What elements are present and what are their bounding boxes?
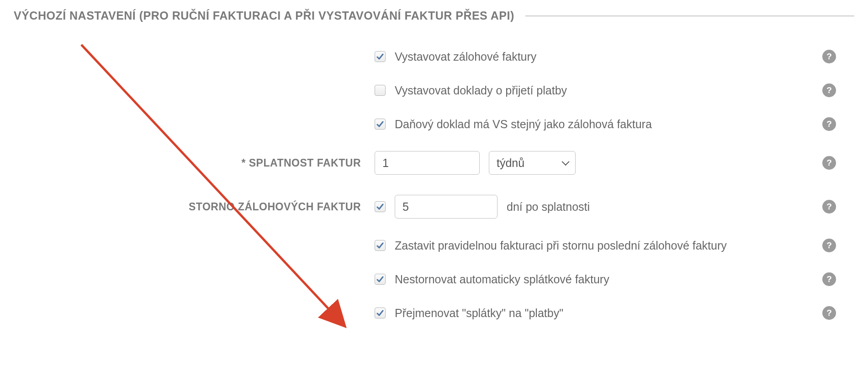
settings-section: VÝCHOZÍ NASTAVENÍ (PRO RUČNÍ FAKTURACI A… (0, 0, 868, 320)
controls-proforma: Vystavovat zálohové faktury (375, 50, 822, 63)
help-icon[interactable]: ? (822, 272, 836, 286)
row-storno: STORNO ZÁLOHOVÝCH FAKTUR dní po splatnos… (14, 195, 854, 219)
help-icon[interactable]: ? (822, 50, 836, 63)
label-nostorno: Nestornovat automaticky splátkové faktur… (395, 273, 609, 286)
controls-storno: dní po splatnosti (375, 195, 822, 219)
checkbox-vs-same[interactable] (375, 119, 386, 130)
label-storno-suffix: dní po splatnosti (507, 200, 590, 214)
controls-stop: Zastavit pravidelnou fakturaci při storn… (375, 239, 822, 252)
section-header: VÝCHOZÍ NASTAVENÍ (PRO RUČNÍ FAKTURACI A… (14, 9, 854, 22)
checkbox-stop[interactable] (375, 240, 386, 251)
row-rename: Přejmenovat "splátky" na "platby" ? (14, 306, 854, 320)
help-icon[interactable]: ? (822, 117, 836, 131)
label-storno: STORNO ZÁLOHOVÝCH FAKTUR (14, 201, 375, 213)
label-due: * SPLATNOST FAKTUR (14, 157, 375, 169)
controls-rename: Přejmenovat "splátky" na "platby" (375, 307, 822, 320)
row-stop: Zastavit pravidelnou fakturaci při storn… (14, 239, 854, 252)
section-title: VÝCHOZÍ NASTAVENÍ (PRO RUČNÍ FAKTURACI A… (14, 9, 514, 22)
row-proforma: Vystavovat zálohové faktury ? (14, 50, 854, 63)
checkbox-storno[interactable] (375, 201, 386, 212)
controls-vs-same: Daňový doklad má VS stejný jako zálohová… (375, 118, 822, 131)
help-icon[interactable]: ? (822, 200, 836, 214)
input-storno-days[interactable] (395, 195, 498, 219)
select-due-unit[interactable]: týdnů (489, 151, 576, 175)
input-due-value[interactable] (375, 151, 480, 175)
label-rename: Přejmenovat "splátky" na "platby" (395, 307, 563, 320)
row-receipts: Vystavovat doklady o přijetí platby ? (14, 83, 854, 97)
help-icon[interactable]: ? (822, 83, 836, 97)
help-icon[interactable]: ? (822, 156, 836, 170)
label-stop: Zastavit pravidelnou fakturaci při storn… (395, 239, 727, 252)
controls-due: týdnů (375, 151, 822, 175)
checkbox-rename[interactable] (375, 308, 386, 318)
select-wrap-due-unit: týdnů (489, 151, 576, 175)
checkbox-proforma[interactable] (375, 51, 386, 62)
help-icon[interactable]: ? (822, 306, 836, 320)
label-proforma: Vystavovat zálohové faktury (395, 50, 536, 63)
settings-form: Vystavovat zálohové faktury ? Vystavovat… (14, 50, 854, 320)
row-nostorno: Nestornovat automaticky splátkové faktur… (14, 272, 854, 286)
label-receipts: Vystavovat doklady o přijetí platby (395, 84, 567, 97)
help-icon[interactable]: ? (822, 239, 836, 252)
section-rule (525, 16, 854, 16)
checkbox-nostorno[interactable] (375, 274, 386, 285)
label-vs-same: Daňový doklad má VS stejný jako zálohová… (395, 118, 652, 131)
controls-nostorno: Nestornovat automaticky splátkové faktur… (375, 273, 822, 286)
checkbox-receipts[interactable] (375, 85, 386, 96)
controls-receipts: Vystavovat doklady o přijetí platby (375, 84, 822, 97)
row-due: * SPLATNOST FAKTUR týdnů ? (14, 151, 854, 175)
row-vs-same: Daňový doklad má VS stejný jako zálohová… (14, 117, 854, 131)
